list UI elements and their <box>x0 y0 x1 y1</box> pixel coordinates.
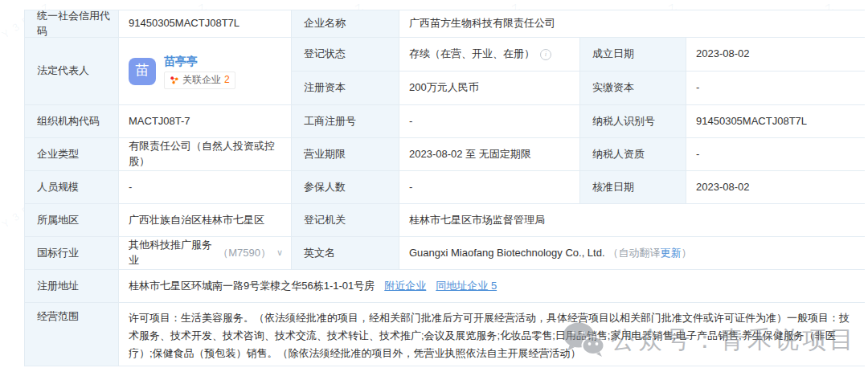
reg-capital-label: 注册资本 <box>292 72 399 104</box>
biz-reg-no-value: - <box>399 105 579 137</box>
industry-chevron-down-icon[interactable]: ∨ <box>276 247 283 260</box>
company-name-value: 广西苗方生物科技有限责任公司 <box>399 10 868 37</box>
biz-scope-cell: 许可项目：生活美容服务。（依法须经批准的项目，经相关部门批准后方可开展经营活动，… <box>119 303 868 366</box>
region-label: 所属地区 <box>25 204 118 236</box>
status-info-icon[interactable]: i <box>540 49 551 60</box>
taxpayer-qual-value: - <box>686 138 868 170</box>
related-companies-label: 关联企业 <box>182 73 221 87</box>
reg-status-label: 登记状态 <box>292 38 399 71</box>
taxpayer-qual-label: 纳税人资质 <box>580 138 686 170</box>
paid-capital-value: - <box>686 72 868 104</box>
biz-term-label: 营业期限 <box>292 138 399 170</box>
industry-label: 国标行业 <box>25 237 118 269</box>
english-name-cell: Guangxi Miaofang Biotechnology Co., Ltd.… <box>399 237 868 269</box>
reg-authority-label: 登记机关 <box>292 204 399 236</box>
org-code-value: MACTJ08T-7 <box>119 105 291 137</box>
nearby-companies-link[interactable]: 附近企业 <box>384 279 426 294</box>
legal-rep-avatar: 苗 <box>129 58 156 85</box>
company-type-label: 企业类型 <box>25 138 118 170</box>
english-name-value: Guangxi Miaofang Biotechnology Co., Ltd. <box>409 246 605 261</box>
company-info-table: 统一社会信用代码 91450305MACTJ08T7L 企业名称 广西苗方生物科… <box>24 10 865 366</box>
related-companies-icon <box>170 76 179 85</box>
reg-status-value: 存续（在营、开业、在册） <box>409 47 534 62</box>
english-name-label: 英文名 <box>292 237 399 269</box>
reg-capital-value: 200万元人民币 <box>399 72 579 104</box>
same-address-companies-link[interactable]: 同地址企业 5 <box>436 279 497 294</box>
reg-authority-value: 桂林市七星区市场监督管理局 <box>399 204 868 236</box>
industry-value: 其他科技推广服务业 <box>129 238 218 268</box>
credit-code-value: 91450305MACTJ08T7L <box>119 10 291 37</box>
paid-capital-label: 实缴资本 <box>580 72 686 104</box>
establish-date-label: 成立日期 <box>580 38 686 71</box>
region-value: 广西壮族自治区桂林市七星区 <box>119 204 291 236</box>
approval-date-label: 核准日期 <box>580 171 686 203</box>
translation-update-link[interactable]: 更新 <box>661 246 682 261</box>
company-name-label: 企业名称 <box>292 10 399 37</box>
reg-status-cell: 存续（在营、开业、在册） i <box>399 38 579 71</box>
biz-scope-value: 许可项目：生活美容服务。（依法须经批准的项目，经相关部门批准后方可开展经营活动，… <box>129 309 862 362</box>
staff-size-value: - <box>119 171 291 203</box>
staff-size-label: 人员规模 <box>25 171 118 203</box>
legal-rep-cell: 苗 苗亭亭 关联企业 2 <box>119 38 291 104</box>
legal-rep-name-link[interactable]: 苗亭亭 <box>164 53 235 69</box>
approval-date-value: 2023-08-02 <box>686 171 868 203</box>
biz-reg-no-label: 工商注册号 <box>292 105 399 137</box>
biz-scope-label: 经营范围 <box>25 303 118 366</box>
reg-address-label: 注册地址 <box>25 270 118 302</box>
related-companies-badge[interactable]: 关联企业 2 <box>164 72 235 88</box>
establish-date-value: 2023-08-02 <box>686 38 868 71</box>
biz-term-value: 2023-08-02 至 无固定期限 <box>399 138 579 170</box>
company-type-value: 有限责任公司（自然人投资或控股） <box>119 138 291 170</box>
insured-count-label: 参保人数 <box>292 171 399 203</box>
taxpayer-id-value: 91450305MACTJ08T7L <box>686 105 868 137</box>
taxpayer-id-label: 纳税人识别号 <box>580 105 686 137</box>
credit-code-label: 统一社会信用代码 <box>25 10 118 37</box>
reg-address-cell: 桂林市七星区环城南一路9号棠棣之华56栋1-1-01号房 附近企业 同地址企业 … <box>119 270 868 302</box>
org-code-label: 组织机构代码 <box>25 105 118 137</box>
reg-address-value: 桂林市七星区环城南一路9号棠棣之华56栋1-1-01号房 <box>129 279 375 294</box>
company-info-panel: 8EY3EJZ8EY3EJZ8EY3EJZ8EY3EJZ8EY3EJZ8EY3E… <box>0 0 868 372</box>
legal-rep-label: 法定代表人 <box>25 38 118 104</box>
industry-cell: 其他科技推广服务业 （M7590） ∨ <box>119 237 291 269</box>
industry-code: （M7590） <box>218 246 271 261</box>
english-name-note-suffix: ） <box>682 246 692 261</box>
insured-count-value: - <box>399 171 579 203</box>
related-companies-count: 2 <box>224 73 230 87</box>
english-name-note-prefix: （自动翻译 <box>608 246 661 261</box>
